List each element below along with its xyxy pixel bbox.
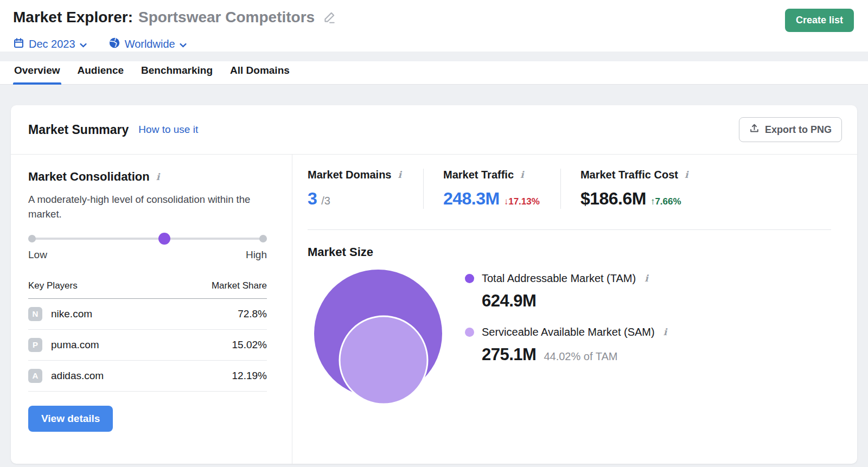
page-title-prefix: Market Explorer: — [13, 9, 133, 26]
stat-market-traffic-cost: Market Traffic Cost i $186.6M ↑7.66% — [560, 169, 710, 209]
export-to-png-label: Export to PNG — [765, 124, 832, 136]
market-share-value[interactable]: 12.19% — [166, 360, 267, 391]
how-to-use-link[interactable]: How to use it — [138, 124, 198, 136]
tab-bar: Overview Audience Benchmarking All Domai… — [0, 61, 868, 85]
stats-row: Market Domains i 3 /3 Market Traffic i — [308, 169, 831, 209]
page-title-name: Sportswear Competitors — [138, 9, 315, 26]
market-size-body: Total Addressable Market (TAM) i 624.9M … — [308, 266, 831, 412]
date-label: Dec 2023 — [29, 38, 75, 50]
sam-note: 44.02% of TAM — [544, 350, 617, 363]
slider-high-endpoint — [259, 235, 267, 242]
market-size-legend: Total Addressable Market (TAM) i 624.9M … — [465, 272, 668, 364]
market-summary-card: Market Summary How to use it Export to P… — [11, 105, 857, 464]
table-row: A adidas.com 12.19% — [28, 360, 267, 391]
stat-market-domains: Market Domains i 3 /3 — [308, 169, 423, 209]
date-selector[interactable]: Dec 2023 — [13, 37, 87, 52]
filters-row: Dec 2023 Worldwide — [13, 37, 336, 52]
page-content: Market Summary How to use it Export to P… — [0, 85, 868, 464]
stat-change-negative: ↓17.13% — [504, 196, 540, 207]
market-stats-section: Market Domains i 3 /3 Market Traffic i — [292, 155, 857, 464]
market-consolidation-section: Market Consolidation i A moderately-high… — [11, 155, 292, 464]
info-icon[interactable]: i — [155, 172, 161, 182]
domain-link[interactable]: adidas.com — [51, 370, 104, 382]
chevron-down-icon — [80, 38, 87, 50]
view-details-button[interactable]: View details — [28, 406, 113, 432]
slider-low-endpoint — [28, 235, 36, 242]
legend-item-tam: Total Addressable Market (TAM) i 624.9M — [465, 272, 668, 311]
chevron-down-icon — [180, 38, 187, 50]
domain-favicon-badge: N — [28, 307, 42, 321]
stat-value: $186.6M — [580, 189, 646, 209]
card-header: Market Summary How to use it Export to P… — [11, 105, 857, 155]
legend-item-sam: Serviceable Available Market (SAM) i 275… — [465, 326, 668, 364]
sam-circle — [340, 316, 427, 404]
edit-icon[interactable] — [322, 10, 336, 24]
key-players-table: Key Players Market Share N nike.com 72.8… — [28, 280, 267, 392]
consolidation-description: A moderately-high level of consolidation… — [28, 193, 263, 222]
col-header-key-players: Key Players — [28, 280, 166, 299]
card-body: Market Consolidation i A moderately-high… — [11, 155, 857, 464]
consolidation-slider — [28, 233, 267, 245]
sam-value: 275.1M — [482, 345, 536, 364]
table-row: P puma.com 15.02% — [28, 329, 267, 360]
tam-sam-venn-chart — [308, 266, 449, 412]
globe-icon — [108, 37, 120, 52]
stat-label: Market Domains — [308, 169, 392, 181]
export-to-png-button[interactable]: Export to PNG — [739, 117, 842, 142]
tab-overview[interactable]: Overview — [13, 61, 61, 84]
consolidation-title: Market Consolidation — [28, 170, 150, 184]
info-icon[interactable]: i — [643, 274, 649, 283]
stat-change-positive: ↑7.66% — [650, 196, 681, 207]
tab-all-domains[interactable]: All Domains — [229, 61, 291, 84]
create-list-button[interactable]: Create list — [785, 9, 854, 32]
tab-benchmarking[interactable]: Benchmarking — [140, 61, 214, 84]
card-title: Market Summary — [28, 123, 129, 137]
stat-value: 3 — [308, 189, 317, 209]
col-header-market-share: Market Share — [166, 280, 267, 299]
info-icon[interactable]: i — [684, 170, 689, 180]
domain-link[interactable]: puma.com — [51, 339, 99, 351]
table-row: N nike.com 72.8% — [28, 298, 267, 329]
topbar-left: Market Explorer: Sportswear Competitors … — [13, 9, 336, 52]
calendar-icon — [13, 37, 24, 52]
stat-label: Market Traffic — [443, 169, 514, 181]
stat-value: 248.3M — [443, 189, 500, 209]
market-size-title: Market Size — [308, 245, 831, 259]
tam-label: Total Addressable Market (TAM) — [482, 272, 636, 285]
divider — [308, 229, 831, 230]
market-share-value[interactable]: 72.8% — [166, 298, 267, 329]
stat-label: Market Traffic Cost — [580, 169, 678, 181]
info-icon[interactable]: i — [662, 328, 668, 337]
info-icon[interactable]: i — [397, 170, 403, 180]
domain-favicon-badge: A — [28, 369, 42, 383]
sam-label: Serviceable Available Market (SAM) — [482, 326, 655, 338]
slider-high-label: High — [246, 249, 267, 261]
tam-dot-icon — [465, 274, 474, 283]
market-share-value[interactable]: 15.02% — [166, 329, 267, 360]
consolidation-slider-thumb[interactable] — [158, 233, 170, 245]
upload-icon — [749, 123, 760, 136]
slider-low-label: Low — [28, 249, 47, 261]
info-icon[interactable]: i — [519, 170, 525, 180]
region-label: Worldwide — [125, 38, 175, 50]
tam-value: 624.9M — [482, 291, 536, 311]
slider-track — [28, 238, 267, 240]
domain-favicon-badge: P — [28, 338, 42, 352]
sam-dot-icon — [465, 328, 474, 337]
region-selector[interactable]: Worldwide — [108, 37, 187, 52]
page-title: Market Explorer: Sportswear Competitors — [13, 9, 336, 26]
domain-link[interactable]: nike.com — [51, 308, 92, 320]
stat-market-traffic: Market Traffic i 248.3M ↓17.13% — [423, 169, 560, 209]
stat-suffix: /3 — [321, 195, 330, 207]
topbar: Market Explorer: Sportswear Competitors … — [0, 0, 868, 52]
tab-audience[interactable]: Audience — [76, 61, 125, 84]
